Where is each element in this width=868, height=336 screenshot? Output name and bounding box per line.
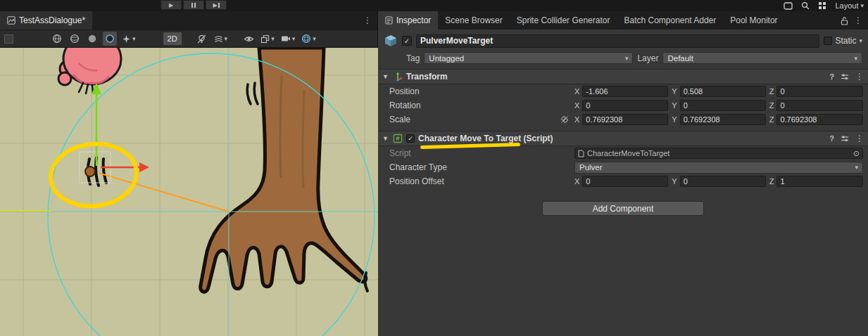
dark-sphere-icon <box>105 34 115 44</box>
active-checkbox[interactable]: ✓ <box>402 36 412 46</box>
render-mode-dropdown-button[interactable]: ▾ <box>120 32 137 46</box>
scale-z-field[interactable] <box>776 114 863 125</box>
tag-dropdown[interactable]: Untagged ▾ <box>424 52 633 64</box>
gameobject-header: ✓ Static ▾ <box>378 30 868 49</box>
inspector-tab-icon <box>385 16 393 25</box>
axis-x-label: X <box>574 115 579 124</box>
tab-scene[interactable]: TestAssDialogue* <box>0 11 92 30</box>
tab-label: Pool Monitor <box>730 15 777 25</box>
scene-effects-dropdown[interactable]: ▾ <box>213 32 229 46</box>
static-label: Static <box>835 36 856 46</box>
draw-mode-unlit-button[interactable] <box>85 32 99 46</box>
search-icon[interactable] <box>801 1 810 10</box>
move-gizmo-x-axis[interactable] <box>101 162 149 172</box>
tab-scene-browser[interactable]: Scene Browser <box>438 11 509 30</box>
tab-pool-monitor[interactable]: Pool Monitor <box>723 11 784 30</box>
gameobject-name-field[interactable] <box>416 34 819 48</box>
scene-tabbar: TestAssDialogue* ⋮ <box>0 11 377 30</box>
position-z-field[interactable] <box>776 86 863 97</box>
gizmos-dropdown[interactable]: ▾ <box>300 32 317 46</box>
layer-dropdown[interactable]: Default ▾ <box>662 52 862 64</box>
mode-2d-toggle[interactable]: 2D <box>163 32 182 46</box>
rotation-y-field[interactable] <box>680 100 766 111</box>
rotation-z-field[interactable] <box>776 100 863 111</box>
layers-icon <box>260 34 270 44</box>
unity-editor-window: ▶ ▶ Layout ▾ <box>0 0 868 336</box>
playmode-controls: ▶ ▶ <box>161 0 227 10</box>
account-icon[interactable] <box>784 2 793 10</box>
move-target-sprite[interactable] <box>85 167 95 176</box>
lock-icon[interactable] <box>841 16 848 25</box>
component-enabled-checkbox[interactable]: ✓ <box>406 134 415 143</box>
foldout-icon[interactable]: ▼ <box>382 73 389 80</box>
play-icon: ▶ <box>169 2 173 8</box>
preset-icon[interactable] <box>841 73 849 80</box>
inspector-menu-icon[interactable]: ⋮ <box>854 15 862 25</box>
foldout-icon[interactable]: ▼ <box>382 135 389 142</box>
script-object-field[interactable]: CharacterMoveToTarget ⊙ <box>574 148 863 159</box>
scene-panel: TestAssDialogue* ⋮ <box>0 11 378 336</box>
draw-mode-shaded-button[interactable] <box>68 32 82 46</box>
inspector-tabbar: Inspector Scene Browser Sprite Collider … <box>378 11 868 30</box>
move-gizmo-y-axis[interactable] <box>92 83 101 166</box>
step-button[interactable]: ▶ <box>206 0 227 10</box>
wireframe-sphere-icon <box>52 34 62 44</box>
position-y-field[interactable] <box>680 86 766 97</box>
main-toolbar: ▶ ▶ Layout ▾ <box>0 0 868 11</box>
pause-button[interactable] <box>183 0 204 10</box>
scene-tab-menu-icon[interactable]: ⋮ <box>363 15 372 25</box>
transform-tool-icon <box>393 72 403 82</box>
axis-z-label: Z <box>769 115 774 124</box>
position-x-field[interactable] <box>582 86 668 97</box>
preset-icon[interactable] <box>841 135 849 142</box>
tab-sprite-collider-generator[interactable]: Sprite Collider Generator <box>510 11 617 30</box>
tab-batch-component-adder[interactable]: Batch Component Adder <box>617 11 723 30</box>
layers-dropdown[interactable]: ▾ <box>259 32 276 46</box>
offset-y-field[interactable] <box>680 176 766 187</box>
grid-icon[interactable] <box>818 1 826 10</box>
draw-mode-selected-button[interactable] <box>103 32 117 46</box>
scale-y-field[interactable] <box>680 114 766 125</box>
draw-mode-wireframe-button[interactable] <box>50 32 64 46</box>
static-checkbox[interactable] <box>824 37 832 45</box>
static-toggle-group[interactable]: Static ▾ <box>824 36 864 46</box>
chevron-down-icon: ▾ <box>860 2 864 9</box>
scale-x-field[interactable] <box>582 114 668 125</box>
gameobject-cube-icon <box>384 34 398 48</box>
link-constraint-icon[interactable] <box>560 115 569 124</box>
chevron-down-icon: ▾ <box>225 35 228 42</box>
camera-settings-dropdown[interactable]: ▾ <box>279 32 297 46</box>
object-picker-icon[interactable]: ⊙ <box>853 149 860 158</box>
script-component-title: Character Move To Target (Script) <box>418 134 826 143</box>
help-icon[interactable]: ? <box>829 72 834 81</box>
transform-component-header[interactable]: ▼ Transform ? <box>378 69 868 84</box>
scene-lighting-toggle[interactable] <box>195 32 209 46</box>
character-type-dropdown[interactable]: Pulver ▾ <box>574 162 863 174</box>
play-button[interactable]: ▶ <box>161 0 182 10</box>
scene-visibility-toggle[interactable] <box>241 32 256 46</box>
script-component-header[interactable]: ▼ # ✓ Character Move To Target (Script) … <box>378 131 868 146</box>
layer-label: Layer <box>637 53 658 63</box>
help-icon[interactable]: ? <box>829 134 834 143</box>
component-menu-icon[interactable]: ⋮ <box>855 72 864 82</box>
rotation-x-field[interactable] <box>582 100 668 111</box>
tag-layer-row: Tag Untagged ▾ Layer Default ▾ <box>378 49 868 69</box>
effects-layers-icon <box>214 34 223 44</box>
position-offset-label: Position Offset <box>389 176 444 186</box>
offset-z-field[interactable] <box>776 176 863 187</box>
inspector-body: ✓ Static ▾ Tag Untagged ▾ <box>378 30 868 336</box>
tool-handle-button[interactable] <box>4 34 13 44</box>
scene-viewport[interactable] <box>0 48 378 336</box>
add-component-button[interactable]: Add Component <box>542 201 704 216</box>
mode-2d-label: 2D <box>168 34 177 43</box>
layout-dropdown[interactable]: Layout ▾ <box>835 1 864 10</box>
tab-inspector[interactable]: Inspector <box>378 11 438 30</box>
shaded-sphere-icon <box>70 34 80 44</box>
star-icon <box>122 34 131 44</box>
position-row: Position X Y Z <box>378 84 868 98</box>
offset-x-field[interactable] <box>582 176 668 187</box>
character-type-label: Character Type <box>389 162 447 172</box>
component-menu-icon[interactable]: ⋮ <box>855 134 864 143</box>
tab-label: Inspector <box>396 15 431 25</box>
axis-y-label: Y <box>672 177 677 186</box>
